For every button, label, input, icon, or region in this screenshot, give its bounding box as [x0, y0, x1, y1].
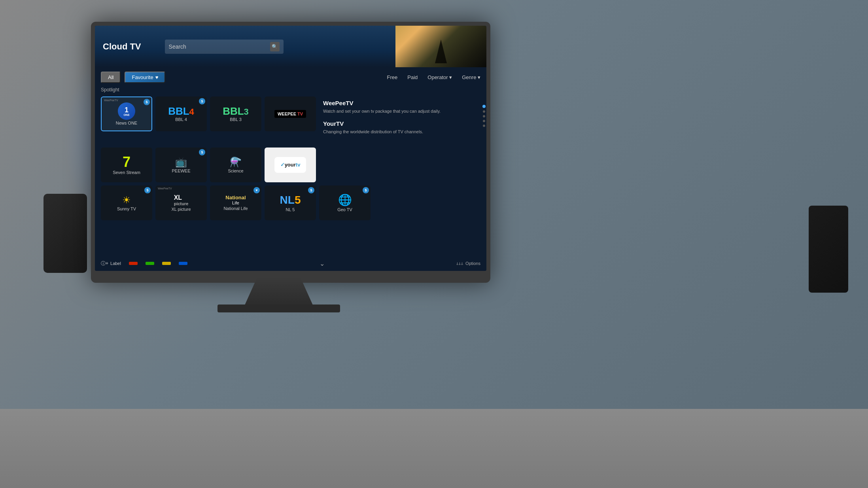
- bottom-bar: ⓘ+ Label ⌄ ⫰⫰⫰ Options: [95, 256, 486, 271]
- paid-badge-nl5: $: [308, 187, 314, 193]
- paid-badge-geo-tv: $: [363, 187, 369, 193]
- content-area: Spotlight WeePeeTV $ 1 ONE News ONE: [101, 87, 480, 255]
- filter-bar: All Favourite ♥ Free Paid Operator ▾ Gen…: [101, 69, 480, 85]
- label-button[interactable]: ⓘ+ Label: [101, 260, 121, 267]
- filter-right-group: Free Paid Operator ▾ Genre ▾: [387, 74, 480, 80]
- channel-card-sunny-tv[interactable]: $ ☀ Sunny TV: [101, 185, 152, 220]
- blue-button[interactable]: [179, 262, 187, 265]
- dot-3[interactable]: [483, 115, 485, 117]
- surface: [0, 409, 868, 488]
- speaker-left: [43, 194, 87, 273]
- science-icon: ⚗️: [230, 157, 242, 168]
- tv-screen: Cloud TV Search 🔍 All Favourite ♥ Free P…: [95, 26, 486, 271]
- channel-name-sunny-tv: Sunny TV: [117, 206, 136, 211]
- info-desc-weepee: Watch and set your own tv package that y…: [323, 108, 441, 114]
- paid-badge-bbl4: $: [199, 98, 205, 104]
- channel-card-peewee[interactable]: $ 📺 PEEWEE: [155, 148, 207, 182]
- channel-name-peewee: PEEWEE: [172, 168, 190, 173]
- channel-name-science: Science: [228, 168, 243, 173]
- seven-stream-logo: 7: [123, 155, 130, 169]
- channel-card-bbl3[interactable]: BBL3 BBL 3: [210, 96, 261, 131]
- channel-name-seven-stream: Seven Stream: [113, 170, 140, 175]
- red-button[interactable]: [129, 262, 138, 265]
- dot-1[interactable]: [482, 105, 486, 108]
- peewee-icon: 📺: [175, 157, 187, 168]
- national-life-logo: National Life: [225, 195, 246, 205]
- weepee-badge-label: WeePeeTV: [104, 99, 118, 102]
- dot-4[interactable]: [483, 120, 485, 122]
- speaker-right: [809, 206, 848, 293]
- app-title: Cloud TV: [103, 42, 141, 52]
- info-desc-yourtv: Changing the worldwide distribution of T…: [323, 129, 441, 135]
- filter-free[interactable]: Free: [387, 74, 398, 80]
- channel-name-geo-tv: Geo TV: [337, 207, 352, 212]
- dot-5[interactable]: [483, 125, 485, 127]
- bbl4-logo: BBL4: [168, 106, 194, 116]
- info-item-weepee: WeePeeTV Watch and set your own tv packa…: [323, 100, 441, 114]
- search-input-display: Search: [169, 44, 267, 50]
- label-text: Label: [110, 261, 121, 266]
- channel-name-national-life: National Life: [223, 206, 248, 211]
- sunny-tv-icon: ☀: [122, 195, 131, 206]
- channel-card-weepee[interactable]: WEEPEE TV: [265, 96, 316, 131]
- dots-navigation: [482, 105, 486, 127]
- channel-name-nl5: NL 5: [286, 207, 295, 212]
- channel-card-news-one[interactable]: WeePeeTV $ 1 ONE News ONE: [101, 96, 152, 131]
- bbl3-logo: BBL3: [223, 106, 249, 116]
- channel-card-nl5[interactable]: $ NL5 NL 5: [265, 185, 316, 220]
- green-button[interactable]: [146, 262, 154, 265]
- paid-badge-peewee: $: [199, 149, 205, 155]
- info-icon: ⓘ+: [101, 260, 108, 267]
- spotlight-label: Spotlight: [101, 87, 480, 93]
- channel-card-geo-tv[interactable]: $ 🌐 Geo TV: [319, 185, 371, 220]
- channel-card-bbl4[interactable]: $ BBL4 BBL 4: [155, 96, 207, 131]
- thumbnail-image: [395, 26, 486, 67]
- filter-all-button[interactable]: All: [101, 72, 121, 83]
- channel-card-seven-stream[interactable]: 7 Seven Stream: [101, 148, 152, 182]
- header-thumbnail: [395, 26, 486, 67]
- filter-operator[interactable]: Operator ▾: [427, 74, 452, 80]
- info-title-weepee: WeePeeTV: [323, 100, 441, 106]
- geo-tv-icon: 🌐: [338, 193, 352, 206]
- heart-icon: ♥: [155, 74, 159, 80]
- nl5-logo: NL5: [280, 194, 301, 206]
- info-item-yourtv: YourTV Changing the worldwide distributi…: [323, 120, 441, 135]
- paid-badge-news-one: $: [144, 99, 150, 105]
- weepee-logo: WEEPEE TV: [274, 110, 306, 118]
- yourtv-logo: ✓ yourtv: [274, 157, 306, 173]
- down-arrow[interactable]: ⌄: [320, 260, 325, 267]
- channel-row-3: $ ☀ Sunny TV WeePeeTV XL picture XL pict…: [101, 185, 480, 220]
- channel-name-bbl3: BBL 3: [230, 117, 242, 122]
- options-button[interactable]: ⫰⫰⫰ Options: [456, 261, 480, 266]
- xl-picture-logo: XL picture: [174, 194, 189, 206]
- channel-card-science[interactable]: ⚗️ Science: [210, 148, 261, 182]
- info-panel-weepee: WeePeeTV Watch and set your own tv packa…: [319, 96, 444, 144]
- header: Cloud TV Search 🔍: [95, 26, 486, 67]
- options-text: Options: [465, 261, 480, 266]
- paid-badge-sunny-tv: $: [144, 187, 151, 193]
- channel-name-bbl4: BBL 4: [175, 117, 187, 122]
- channel-name-news-one: News ONE: [116, 121, 137, 125]
- channel-name-xl-picture: XL picture: [171, 207, 191, 212]
- info-title-yourtv: YourTV: [323, 120, 441, 127]
- bottom-center: ⌄: [195, 260, 448, 267]
- channel-row-1: WeePeeTV $ 1 ONE News ONE $ BBL4 BBL 4: [101, 96, 480, 144]
- filter-paid[interactable]: Paid: [407, 74, 418, 80]
- fav-badge-national-life: ♥: [253, 187, 260, 193]
- filter-genre[interactable]: Genre ▾: [462, 74, 480, 80]
- channel-row-2: 7 Seven Stream $ 📺 PEEWEE ⚗️ Science ✓ y…: [101, 148, 480, 182]
- xl-weepee-badge: WeePeeTV: [158, 187, 172, 190]
- search-bar[interactable]: Search 🔍: [165, 40, 284, 54]
- yellow-button[interactable]: [162, 262, 171, 265]
- channel-card-national-life[interactable]: ♥ National Life National Life: [210, 185, 261, 220]
- options-icon: ⫰⫰⫰: [456, 261, 463, 266]
- tv-frame: Cloud TV Search 🔍 All Favourite ♥ Free P…: [91, 22, 490, 283]
- channel-card-yourtv[interactable]: ✓ yourtv: [265, 148, 316, 182]
- search-icon[interactable]: 🔍: [270, 42, 280, 51]
- tv-base: [217, 305, 340, 312]
- channel-card-xl-picture[interactable]: WeePeeTV XL picture XL picture: [155, 185, 207, 220]
- news-one-logo: 1 ONE: [118, 102, 135, 120]
- dot-2[interactable]: [483, 110, 485, 113]
- filter-favourite-button[interactable]: Favourite ♥: [125, 72, 165, 83]
